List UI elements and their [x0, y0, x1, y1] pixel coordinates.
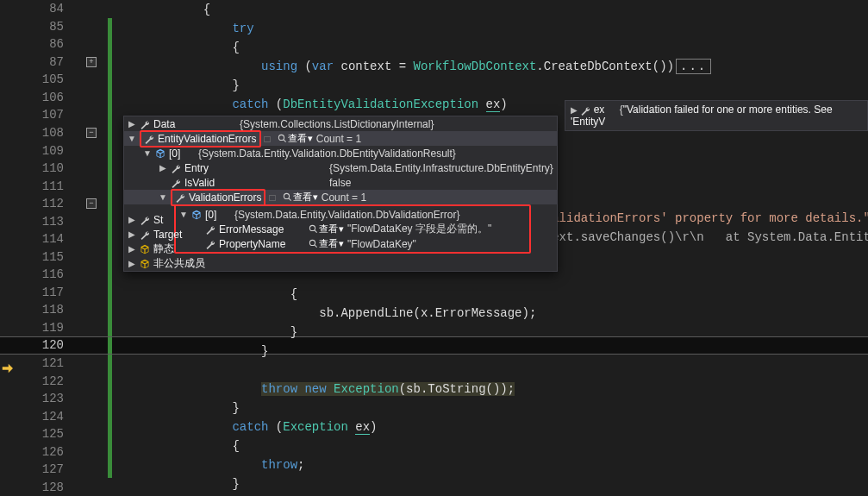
gutter: 84 85 86 87+ 105 106 107 108− 109 110 11… [0, 0, 108, 496]
datatip-var: ex [594, 104, 605, 116]
stacktrace-fragment: ontext.saveChanges()\r\n at System.Data.… [530, 230, 868, 244]
view-lens[interactable]: 查看 ▾ [283, 191, 318, 204]
wrench-icon [140, 215, 150, 225]
magnifier-icon [278, 134, 287, 143]
wrench-icon [140, 119, 150, 129]
wrench-icon [205, 224, 215, 235]
view-lens[interactable]: 查看 ▾ [309, 223, 344, 235]
wrench-icon [205, 239, 215, 249]
datatip-row[interactable]: ErrorMessage 查看 ▾ "FlowDataKey 字段是必需的。" [176, 222, 529, 236]
fold-minus-icon[interactable]: − [86, 128, 97, 138]
magnifier-icon [309, 239, 318, 248]
datatip-row[interactable]: ▼ [0] {System.Data.Entity.Validation.DbE… [124, 146, 557, 160]
magnifier-icon [309, 224, 318, 234]
cube-icon [155, 148, 165, 159]
datatip-row[interactable]: ▶ 非公共成员 [124, 256, 557, 271]
collapsed-region-icon[interactable]: ... [676, 59, 711, 74]
wrench-icon [140, 229, 150, 240]
fold-plus-icon[interactable]: + [86, 57, 97, 67]
next-statement-highlight: throw new Exception(sb.ToString()); [261, 382, 515, 396]
datatip-row[interactable]: ▶ Data {System.Collections.ListDictionar… [124, 116, 557, 131]
wrench-icon [144, 134, 154, 144]
datatip-row[interactable]: ▶ Entry {System.Data.Entity.Infrastructu… [124, 160, 557, 175]
wrench-icon [171, 178, 181, 188]
lineno: 84 [0, 2, 78, 16]
datatip-ex[interactable]: ▶ ex {"Validation failed for one or more… [565, 100, 868, 131]
wrench-icon [171, 163, 181, 173]
fold-minus-icon[interactable]: − [86, 198, 97, 209]
datatip-popup[interactable]: ▶ Data {System.Collections.ListDictionar… [123, 116, 558, 272]
nonpublic-icon [140, 259, 150, 269]
wrench-icon [175, 192, 185, 203]
wrench-icon [580, 105, 590, 116]
view-lens[interactable]: 查看 ▾ [309, 237, 344, 250]
string-fragment: tyValidationErrors' property for more de… [530, 211, 868, 225]
datatip-row[interactable]: ▼ ValidationErrors □ 查看 ▾ Count = 1 [124, 190, 557, 204]
datatip-row[interactable]: ▼ EntityValidationErrors □ 查看 ▾ Count = … [124, 131, 557, 146]
current-statement-arrow-icon [0, 362, 14, 374]
static-icon [140, 244, 150, 254]
cube-icon [191, 210, 202, 220]
datatip-row[interactable]: IsValid false [124, 175, 557, 190]
magnifier-icon [283, 192, 292, 202]
view-lens[interactable]: 查看 ▾ [278, 132, 313, 145]
expand-icon[interactable]: ▶ [571, 105, 578, 115]
current-line[interactable] [116, 361, 868, 380]
